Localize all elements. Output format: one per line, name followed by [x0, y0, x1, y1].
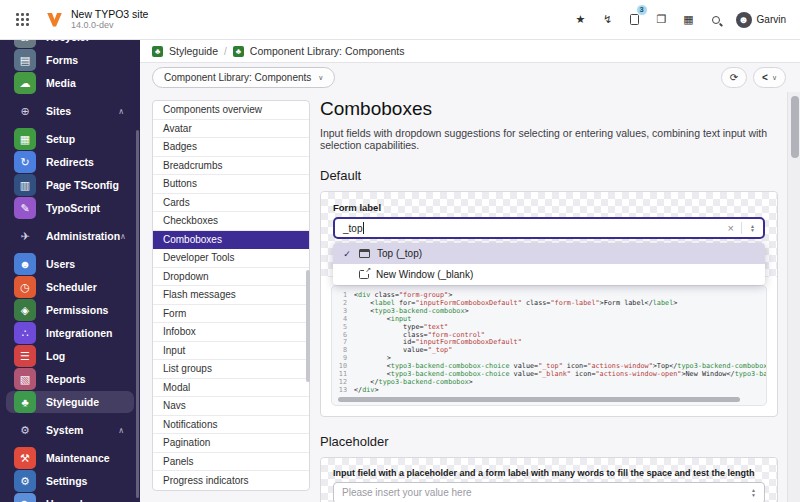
module-item-media[interactable]: ☁Media: [6, 72, 134, 94]
component-list-item-checkboxes[interactable]: Checkboxes: [153, 212, 309, 231]
component-list-item-panels[interactable]: Panels: [153, 453, 309, 472]
module-item-styleguide[interactable]: ♣Styleguide: [6, 391, 134, 413]
bookmark-star-icon[interactable]: ★: [570, 9, 592, 31]
module-item-maintenance[interactable]: ⚒Maintenance: [6, 447, 134, 469]
component-list-item-navs[interactable]: Navs: [153, 397, 309, 416]
combobox-controls: ▲▼: [743, 483, 764, 502]
combobox-option[interactable]: New Window (_blank): [333, 264, 765, 285]
component-list-item-avatar[interactable]: Avatar: [153, 120, 309, 139]
sites-globe-icon: ⊕: [14, 105, 36, 118]
module-item-page-tsconfig[interactable]: ▥Page TSconfig: [6, 174, 134, 196]
reload-button[interactable]: ⟳: [721, 67, 747, 88]
combobox-toggle-icon[interactable]: ▲▼: [743, 488, 764, 497]
user-menu[interactable]: ☻ Garvin: [736, 12, 786, 28]
module-section-system[interactable]: ⚙System∧: [6, 420, 134, 440]
component-nav-list: Components overviewAvatarBadgesBreadcrum…: [152, 100, 310, 491]
chevron-down-icon: ∨: [318, 74, 323, 82]
combobox-input-value: _top: [335, 223, 362, 234]
module-item-label: Media: [46, 77, 76, 89]
module-item-recycler[interactable]: ♺Recycler: [6, 40, 134, 48]
default-code-panel: 1<div class="form-group">2 <label for="i…: [321, 277, 777, 416]
system-gear-icon: ⚙: [14, 424, 36, 437]
module-select-label: Component Library: Components: [164, 72, 311, 83]
module-item-label: Settings: [46, 475, 87, 487]
module-body: Components overviewAvatarBadgesBreadcrum…: [140, 92, 800, 502]
code-horizontal-scrollbar[interactable]: [338, 397, 740, 402]
module-item-scheduler[interactable]: ◷Scheduler: [6, 276, 134, 298]
combobox-toggle-icon[interactable]: ▲▼: [742, 224, 763, 233]
styleguide-tree-icon: ♣: [14, 391, 36, 413]
component-list-item-breadcrumbs[interactable]: Breadcrumbs: [153, 157, 309, 176]
settings-gear-icon: ⚙: [14, 470, 36, 492]
component-list-item-developer-tools[interactable]: Developer Tools: [153, 249, 309, 268]
search-glass-icon: [712, 16, 720, 24]
component-list-item-list-groups[interactable]: List groups: [153, 360, 309, 379]
styleguide-module-icon: ♣: [152, 46, 163, 57]
topbar: New TYPO3 site 14.0.0-dev ★ ↯ 3 ❐ ▦ ☻ Ga…: [0, 0, 800, 40]
main-scrollbar-thumb[interactable]: [791, 96, 799, 158]
component-list-item-badges[interactable]: Badges: [153, 138, 309, 157]
module-item-upgrade[interactable]: ⟳Upgrade: [6, 493, 134, 502]
module-section-administration[interactable]: ✈Administration∧: [6, 226, 134, 246]
opendocs-badge: 3: [636, 4, 648, 16]
combobox-option[interactable]: ✓Top (_top): [333, 243, 765, 264]
component-list-item-form[interactable]: Form: [153, 305, 309, 324]
breadcrumb-item-components[interactable]: Component Library: Components: [250, 45, 405, 57]
combobox-input-placeholder[interactable]: Please insert your value here ▲▼: [333, 482, 765, 502]
component-list-item-buttons[interactable]: Buttons: [153, 175, 309, 194]
site-meta: New TYPO3 site 14.0.0-dev: [71, 8, 148, 30]
component-list-item-progress-indicators[interactable]: Progress indicators: [153, 471, 309, 490]
clear-icon[interactable]: ×: [721, 222, 741, 234]
combobox-input[interactable]: _top × ▲▼: [333, 217, 765, 239]
site-version: 14.0.0-dev: [71, 20, 148, 30]
search-icon[interactable]: [705, 9, 727, 31]
module-item-label: Reports: [46, 373, 86, 385]
module-item-redirects[interactable]: ↻Redirects: [6, 151, 134, 173]
section-heading-placeholder: Placeholder: [320, 434, 778, 449]
integrations-icon: ∴: [14, 322, 36, 344]
administration-icon: ✈: [14, 230, 36, 243]
topbar-toolbar: ★ ↯ 3 ❐ ▦ ☻ Garvin: [570, 9, 800, 31]
app-grid-icon[interactable]: [16, 13, 29, 26]
component-list-item-components-overview[interactable]: Components overview: [153, 101, 309, 120]
module-item-settings[interactable]: ⚙Settings: [6, 470, 134, 492]
placeholder-example-card: Input field with a placeholder and a for…: [320, 457, 778, 502]
module-item-permissions[interactable]: ◈Permissions: [6, 299, 134, 321]
combobox-placeholder-text: Please insert your value here: [334, 487, 472, 498]
component-list-item-flash-messages[interactable]: Flash messages: [153, 286, 309, 305]
component-list-item-modal[interactable]: Modal: [153, 379, 309, 398]
module-item-typoscript[interactable]: ✎TypoScript: [6, 197, 134, 219]
module-section-label: System: [46, 424, 83, 436]
component-list-item-input[interactable]: Input: [153, 342, 309, 361]
clear-cache-bolt-icon[interactable]: ↯: [597, 9, 619, 31]
module-section-sites[interactable]: ⊕Sites∧: [6, 101, 134, 121]
module-item-log[interactable]: ☰Log: [6, 345, 134, 367]
forms-icon: ▤: [14, 49, 36, 71]
component-list-item-pagination[interactable]: Pagination: [153, 434, 309, 453]
module-item-forms[interactable]: ▤Forms: [6, 49, 134, 71]
module-table-icon[interactable]: ▦: [678, 9, 700, 31]
module-item-users[interactable]: ☻Users: [6, 253, 134, 275]
component-list-item-dropdown[interactable]: Dropdown: [153, 268, 309, 287]
module-item-reports[interactable]: ▧Reports: [6, 368, 134, 390]
module-item-label: TypoScript: [46, 202, 100, 214]
module-item-label: Styleguide: [46, 396, 99, 408]
module-item-integrationen[interactable]: ∴Integrationen: [6, 322, 134, 344]
breadcrumb-item-styleguide[interactable]: Styleguide: [169, 45, 218, 57]
module-item-setup[interactable]: ▦Setup: [6, 128, 134, 150]
open-documents-icon[interactable]: 3: [624, 9, 646, 31]
module-menu-scrollbar[interactable]: [136, 130, 139, 498]
duplicate-icon[interactable]: ❐: [651, 9, 673, 31]
component-list-scrollbar[interactable]: [306, 270, 310, 382]
component-list-item-cards[interactable]: Cards: [153, 194, 309, 213]
module-menu: ♺Recycler▤Forms☁Media⊕Sites∧▦Setup↻Redir…: [0, 40, 140, 502]
component-list-item-notifications[interactable]: Notifications: [153, 416, 309, 435]
component-list-item-comboboxes[interactable]: Comboboxes: [153, 231, 309, 250]
open-document-icon: [630, 14, 639, 25]
combobox-dropdown: ✓Top (_top)New Window (_blank): [333, 243, 765, 285]
component-list-item-infobox[interactable]: Infobox: [153, 323, 309, 342]
chevron-down-icon: ∨: [772, 74, 777, 82]
share-button[interactable]: < ∨: [753, 67, 786, 88]
module-select-dropdown[interactable]: Component Library: Components ∨: [152, 67, 335, 88]
typo3-logo[interactable]: [47, 13, 62, 27]
